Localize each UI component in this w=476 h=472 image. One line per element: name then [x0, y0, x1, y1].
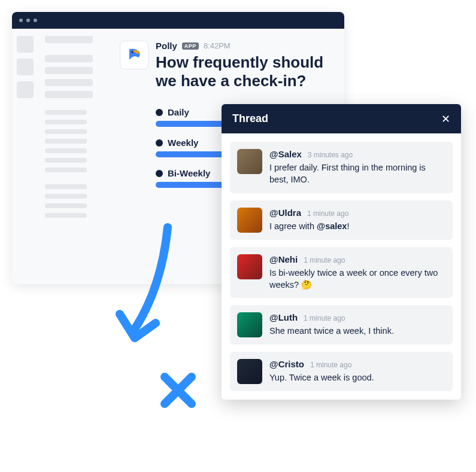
thread-title: Thread — [232, 112, 268, 125]
poll-option-label: Daily — [168, 107, 189, 117]
message-time: 1 minute ago — [304, 256, 345, 264]
message-text: I agree with @salex! — [269, 220, 445, 232]
sidebar-item[interactable] — [45, 158, 87, 163]
sidebar-narrow — [12, 29, 39, 284]
message-meta: Polly APP 8:42PM — [156, 41, 329, 51]
sidebar-workspace-icon[interactable] — [17, 36, 34, 53]
message-timestamp: 8:42PM — [204, 41, 231, 50]
thread-message: @Cristo 1 minute ago Yup. Twice a week i… — [230, 352, 453, 391]
window-titlebar — [12, 12, 344, 29]
thread-message: @Luth 1 minute ago She meant twice a wee… — [230, 305, 453, 345]
sidebar-item[interactable] — [45, 168, 87, 172]
sidebar-item[interactable] — [45, 110, 87, 115]
titlebar-dot — [34, 19, 37, 22]
close-icon[interactable]: ✕ — [441, 114, 450, 124]
thread-message: @Salex 3 minutes ago I prefer daily. Fir… — [230, 142, 453, 193]
sidebar-item[interactable] — [45, 139, 87, 144]
message-text: Is bi-weekly twice a week or once every … — [269, 267, 445, 291]
message-text: I prefer daily. First thing in the morni… — [269, 162, 445, 186]
sidebar-item[interactable] — [45, 91, 93, 98]
sidebar-item[interactable] — [45, 184, 87, 189]
thread-body: @Salex 3 minutes ago I prefer daily. Fir… — [222, 133, 461, 400]
message-username[interactable]: @Cristo — [269, 359, 304, 369]
thread-message: @Nehi 1 minute ago Is bi-weekly twice a … — [230, 247, 453, 299]
x-mark-icon — [159, 371, 198, 410]
user-mention[interactable]: @salex — [317, 221, 347, 231]
thread-header: Thread ✕ — [222, 104, 461, 133]
avatar — [237, 312, 262, 337]
sidebar-item[interactable] — [45, 120, 87, 124]
avatar — [237, 254, 262, 279]
message-username[interactable]: @Salex — [269, 149, 302, 159]
poll-radio-icon — [156, 109, 163, 116]
sidebar-item[interactable] — [45, 36, 93, 43]
message-time: 1 minute ago — [304, 314, 345, 322]
sidebar-workspace-icon[interactable] — [17, 59, 34, 75]
svg-point-0 — [132, 51, 134, 53]
titlebar-dot — [19, 19, 23, 22]
sidebar-workspace-icon[interactable] — [17, 81, 34, 98]
thread-panel: Thread ✕ @Salex 3 minutes ago I prefer d… — [222, 104, 461, 400]
avatar — [237, 208, 262, 233]
message-time: 3 minutes ago — [308, 151, 353, 159]
sidebar-item[interactable] — [45, 67, 93, 74]
message-username[interactable]: @Luth — [269, 312, 298, 322]
message-header: Polly APP 8:42PM How frequently should w… — [120, 41, 329, 102]
poll-option-label: Weekly — [168, 138, 198, 148]
titlebar-dot — [26, 19, 30, 22]
app-badge: APP — [182, 42, 199, 50]
sidebar-item[interactable] — [45, 79, 93, 86]
message-username[interactable]: @Uldra — [269, 208, 301, 218]
message-time: 1 minute ago — [310, 361, 351, 369]
message-text: Yup. Twice a week is good. — [269, 371, 445, 383]
sidebar-item[interactable] — [45, 213, 87, 218]
polly-avatar-icon — [120, 41, 148, 69]
message-text: She meant twice a week, I think. — [269, 325, 445, 337]
thread-message: @Uldra 1 minute ago I agree with @salex! — [230, 200, 453, 240]
avatar — [237, 359, 262, 384]
message-username[interactable]: @Nehi — [269, 254, 298, 264]
poll-question: How frequently should we have a check-in… — [156, 53, 329, 90]
app-name: Polly — [156, 41, 177, 51]
poll-option-label: Bi-Weekly — [168, 168, 210, 178]
sidebar-item[interactable] — [45, 129, 87, 134]
poll-radio-icon — [156, 170, 163, 177]
sidebar-channels — [39, 29, 105, 284]
sidebar-item[interactable] — [45, 148, 87, 153]
sidebar-item[interactable] — [45, 194, 87, 199]
poll-radio-icon — [156, 139, 163, 147]
message-time: 1 minute ago — [307, 209, 348, 218]
sidebar-item[interactable] — [45, 203, 87, 208]
avatar — [237, 149, 262, 174]
sidebar-item[interactable] — [45, 55, 93, 62]
